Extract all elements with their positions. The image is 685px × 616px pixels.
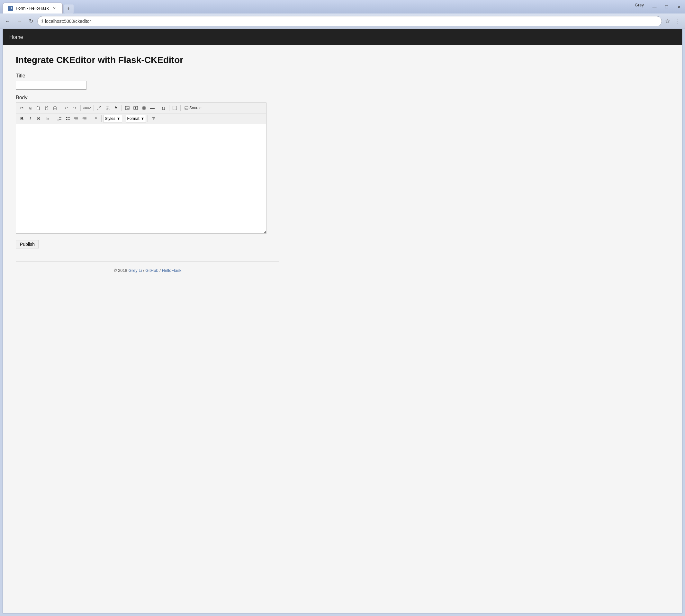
cke-indent-button[interactable] — [81, 115, 88, 123]
title-input[interactable] — [16, 81, 86, 90]
footer-sep2: / — [159, 268, 162, 273]
cke-spellcheck-button[interactable]: ABC✓ — [82, 104, 92, 112]
cke-paste-button[interactable] — [35, 104, 42, 112]
forward-icon: → — [17, 18, 22, 24]
cke-image-button[interactable] — [124, 104, 131, 112]
browser-toolbar: ← → ↻ ℹ ☆ ⋮ — [0, 14, 685, 29]
svg-text:1.: 1. — [58, 117, 59, 118]
cke-strikethrough-button[interactable]: S — [35, 115, 42, 123]
body-label: Body — [16, 95, 279, 101]
site-navbar: Home — [3, 29, 682, 45]
browser-menu-button[interactable]: ⋮ — [673, 17, 682, 26]
svg-text:src: src — [185, 107, 188, 109]
svg-rect-13 — [142, 106, 146, 110]
forward-button[interactable]: → — [14, 16, 24, 26]
cke-outdent-button[interactable] — [72, 115, 80, 123]
cke-resize-handle[interactable]: ◢ — [262, 229, 266, 233]
svg-marker-12 — [135, 107, 137, 109]
cke-specialchar-button[interactable]: Ω — [160, 104, 168, 112]
cke-sep9 — [90, 115, 90, 122]
cke-styles-label: Styles — [105, 116, 115, 121]
new-tab-button[interactable]: + — [64, 4, 73, 14]
cke-blockquote-button[interactable]: ❝ — [92, 115, 100, 123]
close-button[interactable]: ✕ — [673, 2, 685, 12]
svg-point-24 — [66, 117, 67, 118]
cke-link-button[interactable] — [95, 104, 103, 112]
svg-marker-31 — [74, 118, 75, 119]
cke-paste-plain-button[interactable] — [43, 104, 51, 112]
address-input[interactable] — [45, 19, 658, 24]
browser-window: H Form - HelloFlask ✕ + Grey — ❐ ✕ ← → — [0, 0, 685, 616]
cke-undo-button[interactable]: ↩ — [63, 104, 70, 112]
svg-marker-35 — [83, 118, 84, 119]
title-bar: H Form - HelloFlask ✕ + Grey — ❐ ✕ — [0, 0, 685, 14]
cke-sep7 — [180, 105, 181, 111]
cke-format-dropdown[interactable]: Format ▼ — [126, 115, 146, 123]
bookmark-button[interactable]: ☆ — [663, 17, 672, 26]
cke-toolbar-row1: ✂ ⎘ — [16, 103, 266, 113]
lock-icon: ℹ — [41, 19, 43, 23]
cke-editing-area[interactable]: ◢ — [16, 124, 266, 233]
page-title: Integrate CKEditor with Flask-CKEditor — [16, 55, 279, 65]
cke-hline-button[interactable]: — — [149, 104, 156, 112]
cke-help-button[interactable]: ? — [149, 115, 157, 123]
cke-sep4 — [122, 105, 122, 111]
cke-sep3 — [93, 105, 94, 111]
title-label: Title — [16, 73, 279, 79]
cke-anchor-button[interactable]: ⚑ — [112, 104, 120, 112]
cke-copy-button[interactable]: ⎘ — [26, 104, 34, 112]
svg-rect-6 — [54, 106, 56, 107]
svg-rect-9 — [125, 106, 129, 110]
cke-redo-button[interactable]: ↪ — [71, 104, 79, 112]
cke-flash-button[interactable] — [132, 104, 140, 112]
tab-close-button[interactable]: ✕ — [51, 5, 57, 11]
cke-maximize-button[interactable] — [171, 104, 179, 112]
cke-unlink-button[interactable] — [104, 104, 111, 112]
footer-helloflask-link[interactable]: HelloFlask — [162, 268, 181, 273]
cke-paste-word-button[interactable]: W — [51, 104, 59, 112]
cke-sep2 — [80, 105, 81, 111]
refresh-button[interactable]: ↻ — [26, 16, 36, 26]
svg-text:W: W — [54, 108, 56, 110]
window-controls: — ❐ ✕ — [648, 0, 685, 14]
svg-rect-1 — [38, 106, 39, 107]
cke-sep5 — [158, 105, 158, 111]
svg-text:2.: 2. — [58, 119, 59, 121]
cke-sep1 — [61, 105, 61, 111]
cke-sep10 — [101, 115, 102, 122]
nav-home-link[interactable]: Home — [9, 35, 23, 40]
cke-styles-dropdown[interactable]: Styles ▼ — [103, 115, 122, 123]
main-content: Integrate CKEditor with Flask-CKEditor T… — [3, 45, 292, 289]
grey-label: Grey — [632, 0, 646, 9]
publish-button[interactable]: Publish — [16, 240, 39, 248]
cke-ul-button[interactable] — [64, 115, 72, 123]
cke-italic-button[interactable]: I — [26, 115, 34, 123]
back-button[interactable]: ← — [3, 16, 13, 26]
footer-author-link[interactable]: Grey Li — [128, 268, 142, 273]
cke-bold-button[interactable]: B — [18, 115, 26, 123]
cke-ol-button[interactable]: 1. 2. — [56, 115, 63, 123]
cke-format-label: Format — [127, 116, 140, 121]
refresh-icon: ↻ — [29, 18, 33, 24]
cke-sep12 — [148, 115, 148, 122]
cke-sep6 — [169, 105, 169, 111]
tab-title: Form - HelloFlask — [16, 6, 49, 10]
back-icon: ← — [5, 18, 10, 24]
cke-source-button[interactable]: src Source — [182, 104, 204, 112]
new-tab-icon: + — [67, 6, 70, 13]
cke-removeformat-button[interactable]: Ix — [43, 115, 52, 123]
ckeditor-wrapper: ✂ ⎘ — [16, 103, 266, 234]
source-label: Source — [189, 106, 201, 110]
footer-github-link[interactable]: GitHub — [145, 268, 158, 273]
active-tab[interactable]: H Form - HelloFlask ✕ — [3, 3, 63, 14]
minimize-button[interactable]: — — [648, 2, 661, 12]
address-bar-container[interactable]: ℹ — [37, 16, 662, 26]
cke-cut-button[interactable]: ✂ — [18, 104, 26, 112]
page-footer: © 2018 Grey Li / GitHub / HelloFlask — [16, 261, 279, 279]
footer-copyright: © 2018 — [114, 268, 127, 273]
maximize-button[interactable]: ❐ — [661, 2, 673, 12]
cke-sep11 — [124, 115, 124, 122]
cke-table-button[interactable] — [140, 104, 148, 112]
cke-styles-arrow: ▼ — [117, 116, 121, 121]
svg-rect-3 — [46, 106, 47, 107]
